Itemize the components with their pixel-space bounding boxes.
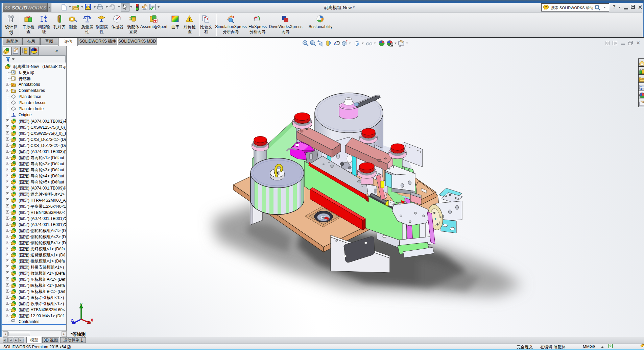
svg-text:Z: Z (71, 318, 73, 323)
svg-text:?: ? (207, 18, 209, 21)
svg-text:Y: Y (80, 303, 82, 307)
svg-text:?: ? (545, 5, 547, 9)
svg-text:A: A (12, 83, 15, 86)
svg-text:X: X (91, 318, 93, 323)
